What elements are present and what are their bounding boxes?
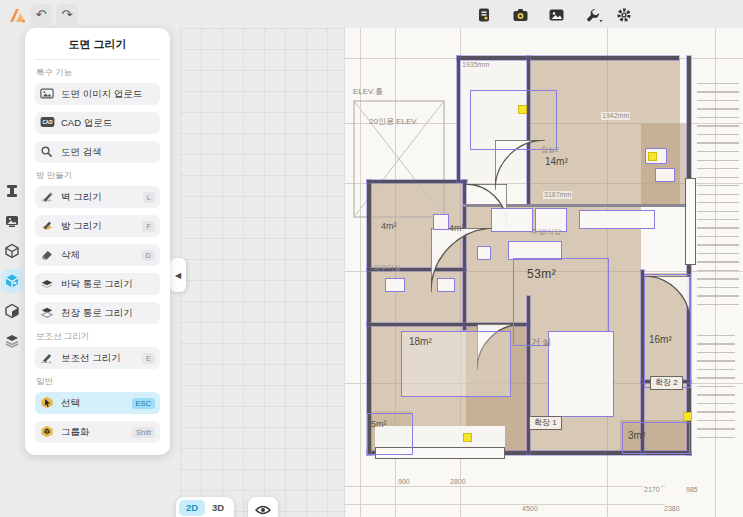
snap-marker[interactable] <box>463 433 472 442</box>
panel-section: 보조선 그리기보조선 그리기E <box>35 331 160 369</box>
floor-passage-icon <box>40 277 56 291</box>
tool-label: 도면 이미지 업로드 <box>61 88 155 101</box>
plan-text: 거실 <box>531 338 553 348</box>
annotation-notes <box>697 328 735 438</box>
plan-text: 4500 <box>521 505 539 513</box>
rail-layers-button[interactable] <box>1 329 23 353</box>
wall-segment <box>367 180 467 183</box>
tool-delete[interactable]: 삭제D <box>35 244 160 266</box>
tool-label: 삭제 <box>61 249 142 262</box>
pencil-guide-icon <box>40 351 56 365</box>
shortcut-badge: L <box>143 192 155 203</box>
plan-text: 2800 <box>449 478 467 486</box>
tool-draw-floor-opening[interactable]: 바닥 통로 그리기 <box>35 273 160 295</box>
tool-group[interactable]: 그룹화Shift <box>35 421 160 443</box>
section-label: 일반 <box>36 376 159 388</box>
app-root: ELEV.홀20인용 ELEV.1935mm1942mm침실214m²4m²4m… <box>0 0 743 517</box>
settings-button[interactable] <box>612 4 636 26</box>
tool-select[interactable]: 선택ESC <box>35 392 160 414</box>
column-icon <box>4 183 20 199</box>
shortcut-badge: E <box>142 353 155 364</box>
snap-marker[interactable] <box>518 105 527 114</box>
plan-text: 3m² <box>628 430 645 441</box>
rail-floorplan-button[interactable] <box>1 269 23 293</box>
redo-button[interactable]: ↷ <box>56 4 78 25</box>
overlay-rect <box>385 278 405 292</box>
rail-model-hex-button[interactable] <box>1 299 23 323</box>
plan-text: 18m² <box>409 336 432 347</box>
cad-line <box>345 504 665 505</box>
plan-text: 주방/식당 <box>531 228 561 236</box>
app-logo[interactable] <box>6 5 28 27</box>
tool-label: 방 그리기 <box>61 220 142 233</box>
pencil-room-icon <box>40 219 56 233</box>
document-icon <box>476 7 492 23</box>
group-cube-icon <box>40 425 56 439</box>
overlay-rect <box>491 208 533 232</box>
plan-text: 2170 <box>643 486 661 494</box>
panel-collapse-handle[interactable]: ◀ <box>170 258 186 292</box>
rail-model-wire-button[interactable] <box>1 239 23 263</box>
tool-label: 그룹화 <box>61 426 132 439</box>
tool-draw-ceiling-opening[interactable]: 천장 통로 그리기 <box>35 302 160 324</box>
view-3d-button[interactable]: 3D <box>205 500 231 516</box>
gear-icon <box>616 7 632 23</box>
window <box>685 178 696 265</box>
plan-text: 확장 2 <box>650 376 683 390</box>
plan-text: 침실2 <box>541 146 559 154</box>
plan-text: ELEV.홀 <box>353 88 383 97</box>
shortcut-badge: Shift <box>132 427 155 438</box>
overlay-rect <box>433 214 449 230</box>
tool-draw-guideline[interactable]: 보조선 그리기E <box>35 347 160 369</box>
section-label: 방 만들기 <box>36 170 159 182</box>
snap-marker[interactable] <box>683 412 692 421</box>
shortcut-badge: D <box>142 250 155 261</box>
svg-text:CAD: CAD <box>43 120 54 125</box>
cursor-icon <box>40 396 56 410</box>
tool-label: 바닥 통로 그리기 <box>61 278 155 291</box>
cube-hex-icon <box>4 303 20 319</box>
rail-structure-button[interactable] <box>1 179 23 203</box>
panel-section: 일반선택ESC그룹화Shift <box>35 376 160 443</box>
plan-text: 14m² <box>545 156 568 167</box>
image-button[interactable] <box>544 4 568 26</box>
section-label: 특수 기능 <box>36 67 159 79</box>
cad-icon: CAD <box>40 116 56 130</box>
undo-button[interactable]: ↶ <box>30 4 52 25</box>
render-tools-button[interactable] <box>582 4 606 26</box>
image-icon <box>548 7 565 23</box>
camera-button[interactable] <box>508 4 532 26</box>
ceiling-passage-icon <box>40 306 56 320</box>
layers-icon <box>4 333 20 349</box>
eye-icon <box>255 504 271 516</box>
tool-draw-room[interactable]: 방 그리기F <box>35 215 160 237</box>
overlay-rect <box>655 168 675 182</box>
rail-scene-button[interactable] <box>1 209 23 233</box>
upload-image-icon <box>40 87 56 101</box>
view-mode-bar: 2D 3D <box>176 497 234 517</box>
plan-text: 985 <box>685 486 699 494</box>
wrench-icon <box>585 7 604 23</box>
document-button[interactable] <box>472 4 496 26</box>
visibility-button[interactable] <box>248 497 278 517</box>
tool-label: 도면 검색 <box>61 146 155 159</box>
plan-text: 16m² <box>649 334 672 345</box>
pencil-wall-icon <box>40 190 56 204</box>
tool-label: 벽 그리기 <box>61 191 143 204</box>
tool-floorplan-search[interactable]: 도면 검색 <box>35 141 160 163</box>
plan-text: 5m² <box>371 420 387 430</box>
panel-title: 도면 그리기 <box>35 28 160 60</box>
left-toolbar <box>0 176 24 356</box>
tool-draw-wall[interactable]: 벽 그리기L <box>35 186 160 208</box>
tool-floorplan-image-upload[interactable]: 도면 이미지 업로드 <box>35 83 160 105</box>
cad-line <box>345 486 665 487</box>
overlay-rect <box>579 210 655 229</box>
overlay-rect <box>644 274 691 388</box>
scene-image-icon <box>4 213 20 229</box>
view-2d-button[interactable]: 2D <box>179 500 205 516</box>
snap-marker[interactable] <box>648 152 657 161</box>
overlay-rect <box>470 90 557 150</box>
floorplan-canvas[interactable]: ELEV.홀20인용 ELEV.1935mm1942mm침실214m²4m²4m… <box>345 28 743 517</box>
shortcut-badge: F <box>142 221 155 232</box>
tool-cad-upload[interactable]: CADCAD 업로드 <box>35 112 160 134</box>
